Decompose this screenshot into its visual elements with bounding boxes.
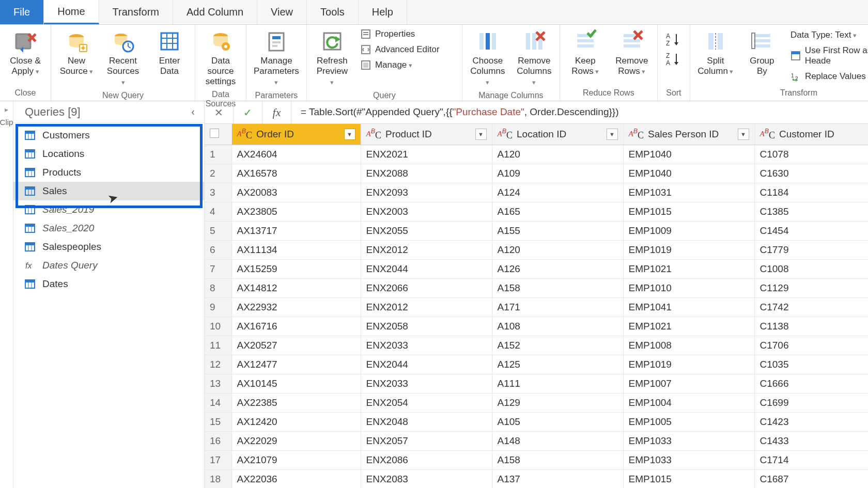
cell[interactable]: ENX2003 — [361, 202, 492, 222]
cell[interactable]: EMP1007 — [623, 374, 754, 393]
table-row[interactable]: 1AX24604ENX2021A120EMP1040C1078 — [205, 145, 868, 164]
collapse-queries-icon[interactable]: ‹ — [191, 106, 195, 118]
table-row[interactable]: 15AX12420ENX2048A105EMP1005C1423 — [205, 413, 868, 432]
cell[interactable]: A125 — [492, 355, 623, 374]
cell[interactable]: A158 — [492, 279, 623, 298]
filter-dropdown-icon[interactable]: ▼ — [607, 129, 618, 140]
data-type-button[interactable]: Data Type: Text — [788, 29, 859, 41]
table-row[interactable]: 18AX22036ENX2083A137EMP1015C1687 — [205, 470, 868, 489]
cell[interactable]: EMP1004 — [623, 393, 754, 413]
cell[interactable]: AX15259 — [231, 260, 361, 279]
cell[interactable]: EMP1040 — [623, 145, 754, 164]
cell[interactable]: ENX2033 — [361, 374, 492, 393]
refresh-preview-button[interactable]: Refresh Preview — [312, 28, 352, 89]
close-and-apply-button[interactable]: Close & Apply — [5, 28, 45, 78]
cell[interactable]: C1385 — [754, 202, 868, 222]
cell[interactable]: A155 — [492, 222, 623, 241]
cell[interactable]: A105 — [492, 413, 623, 432]
cell[interactable]: ENX2033 — [361, 336, 492, 355]
sort-descending-button[interactable]: ZA — [663, 51, 685, 67]
cell[interactable]: AX14812 — [231, 279, 361, 298]
cell[interactable]: ENX2021 — [361, 145, 492, 164]
cell[interactable]: C1035 — [754, 355, 868, 374]
cell[interactable]: ENX2054 — [361, 393, 492, 413]
table-row[interactable]: 14AX22385ENX2054A129EMP1004C1699 — [205, 393, 868, 413]
manage-query-button[interactable]: Manage — [359, 59, 414, 71]
choose-columns-button[interactable]: Choose Columns — [468, 28, 508, 89]
cell[interactable]: A120 — [492, 145, 623, 164]
cell[interactable]: ENX2055 — [361, 222, 492, 241]
enter-data-button[interactable]: Enter Data — [149, 28, 190, 77]
cell[interactable]: C1129 — [754, 279, 868, 298]
table-row[interactable]: 13AX10145ENX2033A111EMP1007C1666 — [205, 374, 868, 393]
table-row[interactable]: 3AX20083ENX2093A124EMP1031C1184 — [205, 183, 868, 202]
fx-icon[interactable]: fx — [262, 101, 291, 123]
tab-file[interactable]: File — [0, 0, 44, 24]
cell[interactable]: AX22029 — [231, 432, 361, 451]
cell[interactable]: EMP1015 — [623, 202, 754, 222]
advanced-editor-button[interactable]: Advanced Editor — [359, 43, 442, 56]
cell[interactable]: ENX2083 — [361, 470, 492, 489]
cell[interactable]: C1742 — [754, 298, 868, 317]
cell[interactable]: A108 — [492, 317, 623, 336]
cell[interactable]: C1666 — [754, 374, 868, 393]
table-row[interactable]: 17AX21079ENX2086A158EMP1033C1714 — [205, 451, 868, 470]
cell[interactable]: AX11134 — [231, 241, 361, 260]
cell[interactable]: ENX2058 — [361, 317, 492, 336]
cell[interactable]: ENX2012 — [361, 298, 492, 317]
cell[interactable]: AX16716 — [231, 317, 361, 336]
cell[interactable]: EMP1005 — [623, 413, 754, 432]
cell[interactable]: ENX2044 — [361, 260, 492, 279]
keep-rows-button[interactable]: Keep Rows — [565, 28, 606, 78]
remove-columns-button[interactable]: Remove Columns — [514, 28, 554, 89]
table-row[interactable]: 6AX11134ENX2012A120EMP1019C1779 — [205, 241, 868, 260]
cell[interactable]: EMP1040 — [623, 164, 754, 183]
cell[interactable]: ENX2044 — [361, 355, 492, 374]
column-header-location-id[interactable]: ABCLocation ID▼ — [492, 124, 623, 145]
cell[interactable]: C1714 — [754, 451, 868, 470]
cell[interactable]: EMP1019 — [623, 241, 754, 260]
cell[interactable]: C1699 — [754, 393, 868, 413]
tab-help[interactable]: Help — [359, 0, 407, 24]
first-row-headers-button[interactable]: Use First Row as Heade — [788, 44, 868, 67]
cell[interactable]: A129 — [492, 393, 623, 413]
cell[interactable]: AX22385 — [231, 393, 361, 413]
properties-button[interactable]: Properties — [359, 28, 417, 40]
tab-add-column[interactable]: Add Column — [173, 0, 257, 24]
cell[interactable]: EMP1010 — [623, 279, 754, 298]
query-item-locations[interactable]: Locations — [13, 145, 204, 163]
cell[interactable]: A158 — [492, 451, 623, 470]
cell[interactable]: A137 — [492, 470, 623, 489]
query-item-customers[interactable]: Customers — [13, 126, 204, 145]
table-row[interactable]: 4AX23805ENX2003A165EMP1015C1385 — [205, 202, 868, 222]
manage-parameters-button[interactable]: Manage Parameters — [252, 28, 301, 89]
recent-sources-button[interactable]: Recent Sources — [103, 28, 143, 89]
cell[interactable]: C1706 — [754, 336, 868, 355]
cell[interactable]: EMP1008 — [623, 336, 754, 355]
cell[interactable]: AX12477 — [231, 355, 361, 374]
column-header-product-id[interactable]: ABCProduct ID▼ — [361, 124, 492, 145]
column-header-order-id[interactable]: ABCOrder ID▼ — [231, 124, 361, 145]
cell[interactable]: ENX2048 — [361, 413, 492, 432]
cell[interactable]: EMP1021 — [623, 260, 754, 279]
cell[interactable]: AX23805 — [231, 202, 361, 222]
query-item-sales-2020[interactable]: Sales_2020 — [13, 219, 204, 238]
cell[interactable]: EMP1021 — [623, 317, 754, 336]
formula-input[interactable]: = Table.Sort(#"Appended Query",{{"Purcha… — [291, 106, 868, 118]
cell[interactable]: AX21079 — [231, 451, 361, 470]
query-item-sales-2019[interactable]: Sales_2019 — [13, 200, 204, 219]
table-row[interactable]: 2AX16578ENX2088A109EMP1040C1630 — [205, 164, 868, 183]
cell[interactable]: C1779 — [754, 241, 868, 260]
column-header-sales-person-id[interactable]: ABCSales Person ID▼ — [623, 124, 754, 145]
column-header-customer-id[interactable]: ABCCustomer ID▼ — [754, 124, 868, 145]
cell[interactable]: AX22932 — [231, 298, 361, 317]
select-all-cell[interactable] — [205, 124, 231, 145]
cell[interactable]: AX20083 — [231, 183, 361, 202]
query-item-sales[interactable]: Sales — [13, 182, 204, 200]
query-item-salespeoples[interactable]: Salespeoples — [13, 238, 204, 256]
cell[interactable]: EMP1031 — [623, 183, 754, 202]
chevron-right-icon[interactable]: ▸ — [5, 105, 8, 114]
cell[interactable]: ENX2012 — [361, 241, 492, 260]
cell[interactable]: AX12420 — [231, 413, 361, 432]
cell[interactable]: C1138 — [754, 317, 868, 336]
